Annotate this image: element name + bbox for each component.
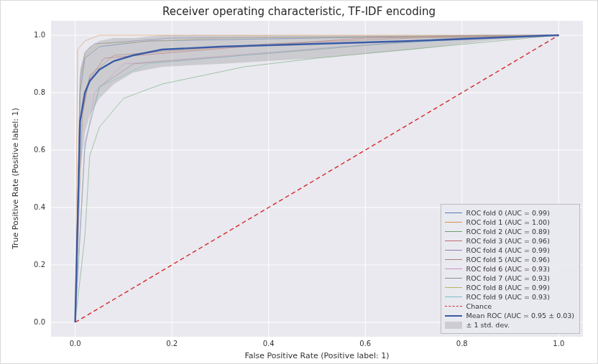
legend-fold-5: ROC fold 5 (AUC = 0.96) <box>445 255 574 264</box>
legend-swatch <box>445 269 462 269</box>
legend-label: ROC fold 6 (AUC = 0.93) <box>466 264 550 274</box>
legend-swatch <box>445 231 462 232</box>
legend-fold-1: ROC fold 1 (AUC = 1.00) <box>445 218 574 227</box>
y-tick-label: 1.0 <box>34 31 45 39</box>
legend-label: ROC fold 0 (AUC = 0.99) <box>466 208 550 218</box>
legend-label: Mean ROC (AUC = 0.95 ± 0.03) <box>466 311 574 320</box>
legend-swatch <box>445 259 462 260</box>
x-tick-label: 1.0 <box>553 340 564 347</box>
legend-swatch <box>445 297 462 297</box>
x-tick-label: 0.4 <box>263 340 275 347</box>
y-tick-label: 0.0 <box>34 318 45 326</box>
legend-swatch <box>445 213 462 213</box>
chart-title: Receiver operating characteristic, TF-ID… <box>1 5 597 18</box>
legend-label: Chance <box>466 302 492 311</box>
legend-fold-8: ROC fold 8 (AUC = 0.99) <box>445 283 574 292</box>
x-tick-label: 0.6 <box>359 340 371 347</box>
x-tick-label: 0.2 <box>166 340 178 347</box>
legend-label: ROC fold 8 (AUC = 0.99) <box>466 283 550 292</box>
legend-swatch <box>445 322 462 329</box>
legend-swatch <box>445 278 462 279</box>
legend-fold-4: ROC fold 4 (AUC = 0.99) <box>445 246 574 255</box>
legend-swatch <box>445 315 462 317</box>
x-axis-label: False Positive Rate (Positive label: 1) <box>51 351 583 360</box>
y-tick-label: 0.8 <box>34 88 45 96</box>
y-axis-label: True Positive Rate (Positive label: 1) <box>11 21 20 337</box>
legend-mean: Mean ROC (AUC = 0.95 ± 0.03) <box>445 311 574 320</box>
legend-fold-7: ROC fold 7 (AUC = 0.93) <box>445 274 574 283</box>
legend-label: ROC fold 3 (AUC = 0.96) <box>466 236 550 246</box>
legend-label: ROC fold 2 (AUC = 0.89) <box>466 227 550 236</box>
legend-label: ROC fold 1 (AUC = 1.00) <box>466 218 550 227</box>
y-tick-label: 0.2 <box>34 261 45 269</box>
legend-swatch <box>445 306 462 307</box>
legend-std: ± 1 std. dev. <box>445 320 574 330</box>
legend-swatch <box>445 250 462 251</box>
x-tick-label: 0.0 <box>70 340 81 347</box>
legend: ROC fold 0 (AUC = 0.99)ROC fold 1 (AUC =… <box>441 204 580 334</box>
y-tick-label: 0.4 <box>34 203 45 211</box>
legend-label: ROC fold 4 (AUC = 0.99) <box>466 246 550 255</box>
legend-swatch <box>445 287 462 288</box>
y-tick-label: 0.6 <box>34 146 45 154</box>
legend-fold-2: ROC fold 2 (AUC = 0.89) <box>445 227 574 236</box>
x-tick-label: 0.8 <box>456 340 468 347</box>
figure: Receiver operating characteristic, TF-ID… <box>0 0 598 364</box>
legend-fold-3: ROC fold 3 (AUC = 0.96) <box>445 236 574 246</box>
legend-label: ROC fold 5 (AUC = 0.96) <box>466 255 550 264</box>
legend-swatch <box>445 241 462 241</box>
legend-label: ROC fold 9 (AUC = 0.93) <box>466 292 550 302</box>
legend-label: ± 1 std. dev. <box>466 320 510 330</box>
plot-area: ROC fold 0 (AUC = 0.99)ROC fold 1 (AUC =… <box>51 21 583 337</box>
legend-fold-0: ROC fold 0 (AUC = 0.99) <box>445 208 574 218</box>
legend-fold-9: ROC fold 9 (AUC = 0.93) <box>445 292 574 302</box>
legend-fold-6: ROC fold 6 (AUC = 0.93) <box>445 264 574 274</box>
legend-swatch <box>445 222 462 223</box>
legend-chance: Chance <box>445 302 574 311</box>
legend-label: ROC fold 7 (AUC = 0.93) <box>466 274 550 283</box>
